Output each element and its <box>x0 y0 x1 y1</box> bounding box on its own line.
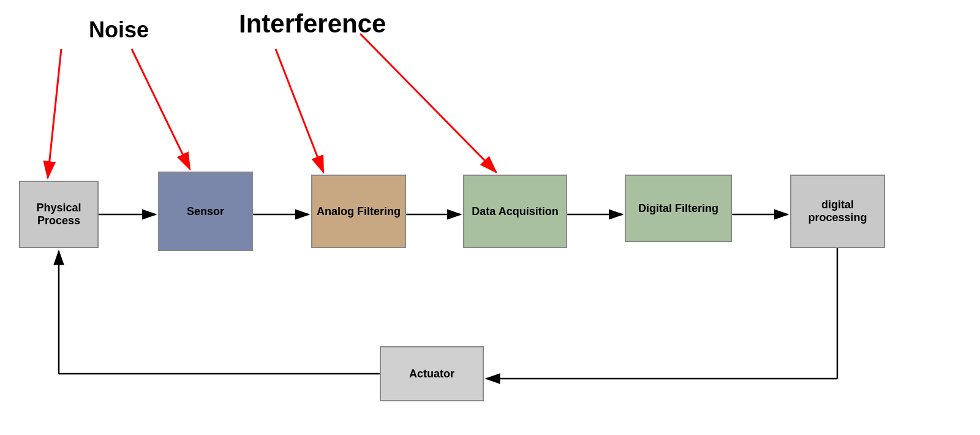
physical-process-block: Physical Process <box>19 181 99 248</box>
sensor-block: Sensor <box>158 172 253 251</box>
svg-line-2 <box>48 49 61 178</box>
svg-line-5 <box>360 34 496 172</box>
noise-label: Noise <box>89 17 149 43</box>
interference-label: Interference <box>239 9 386 39</box>
digital-filtering-block: Digital Filtering <box>625 175 732 242</box>
analog-filtering-block: Analog Filtering <box>311 175 406 248</box>
digital-processing-block: digital processing <box>790 175 885 248</box>
data-acquisition-block: Data Acquisition <box>463 175 567 248</box>
actuator-block: Actuator <box>380 346 484 401</box>
diagram-container: Noise Interference <box>0 0 980 435</box>
svg-line-3 <box>132 49 190 169</box>
svg-line-4 <box>276 49 323 172</box>
